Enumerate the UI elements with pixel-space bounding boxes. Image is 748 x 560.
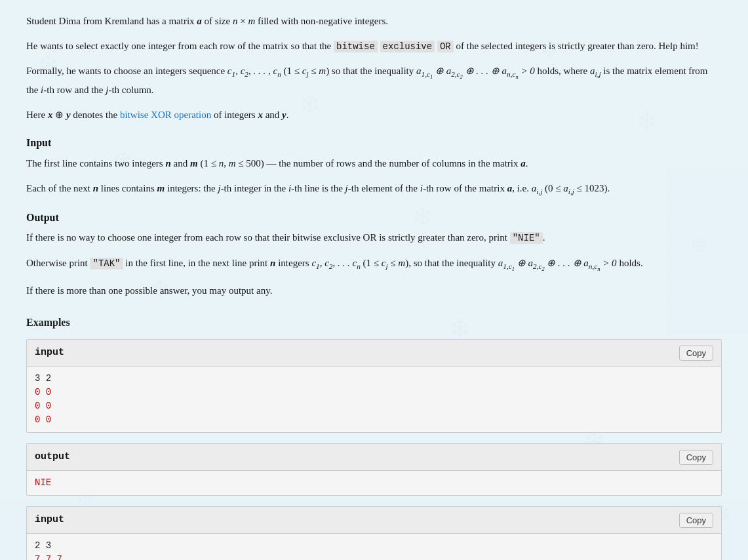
output-paragraph-1: If there is no way to choose one integer…	[26, 230, 722, 245]
example-1-input-line-3: 0 0	[35, 399, 713, 413]
input-section-heading: Input	[26, 134, 722, 151]
example-1-output-block: output Copy NIE	[26, 443, 722, 496]
code-or: OR	[437, 41, 454, 52]
example-2-input-line-2: 7 7 7	[35, 553, 713, 560]
example-1-input-line-2: 0 0	[35, 386, 713, 399]
output-cj: cj	[382, 258, 388, 268]
matrix-var-a: a	[197, 16, 202, 26]
intro-paragraph-1: Student Dima from Kremland has a matrix …	[26, 13, 722, 29]
var-m: m	[248, 16, 255, 26]
cj-var: cj	[302, 66, 309, 76]
aij-constraint: ai,j	[563, 183, 574, 193]
j-th-elem: j	[345, 183, 348, 193]
seq-vars: c1, c2, . . . , cn	[227, 66, 281, 76]
input-paragraph-2: Each of the next n lines contains m inte…	[26, 180, 722, 197]
y-var-2: y	[282, 110, 286, 120]
code-tak: "TAK"	[90, 258, 123, 270]
example-2-input-header: input Copy	[27, 507, 721, 534]
example-1-input-line-1: 3 2	[35, 372, 713, 386]
example-1-output-label: output	[35, 449, 70, 465]
input-a-var: a	[521, 158, 526, 169]
m-constraint: m	[229, 158, 236, 169]
example-2-input-label: input	[35, 512, 64, 528]
code-exclusive: exclusive	[380, 41, 435, 52]
inequality-expr: a1,c1 ⊕ a2,c2 ⊕ . . . ⊕ an,cn > 0	[416, 66, 535, 76]
i-var: i	[41, 85, 43, 95]
aij-notation: ai,j	[532, 183, 543, 193]
output-paragraph-3: If there is more than one possible answe…	[26, 283, 722, 298]
here-paragraph: Here x ⊕ y denotes the bitwise XOR opera…	[26, 107, 722, 123]
examples-section: Examples input Copy 3 2 0 0 0 0 0 0 outp…	[26, 314, 722, 560]
y-var-1: y	[66, 110, 71, 120]
input-m-var-2: m	[157, 183, 165, 193]
j-var: j	[106, 85, 108, 95]
code-nie: "NIE"	[510, 232, 543, 244]
page-container: Student Dima from Kremland has a matrix …	[0, 0, 748, 560]
example-2-input-block: input Copy 2 3 7 7 7 CSDN @WYW__	[26, 506, 722, 560]
input-n-var: n	[165, 158, 170, 169]
input-m-var: m	[190, 158, 198, 169]
watermark: CSDN @WYW__	[659, 557, 716, 560]
output-seq: c1, c2, . . . cn	[311, 258, 360, 268]
output-m: m	[398, 258, 405, 268]
example-1-copy-output-button[interactable]: Copy	[679, 450, 713, 465]
example-1-input-body: 3 2 0 0 0 0 0 0	[27, 367, 721, 432]
output-n-var: n	[270, 258, 275, 268]
input-n-var-2: n	[93, 183, 98, 193]
output-ineq: a1,c1 ⊕ a2,c2 ⊕ . . . ⊕ an,cn > 0	[498, 258, 617, 268]
example-2-copy-input-button[interactable]: Copy	[679, 513, 713, 528]
output-section-heading: Output	[26, 209, 722, 226]
x-var-2: x	[258, 110, 263, 120]
examples-title: Examples	[26, 314, 722, 331]
example-1-output-body: NIE	[27, 471, 721, 495]
xor-link[interactable]: bitwise XOR operation	[120, 110, 211, 120]
i-th-var: i	[288, 183, 291, 193]
j-th-var: j	[218, 183, 220, 193]
example-2-input-body: 2 3 7 7 7	[27, 534, 721, 560]
example-1-input-header: input Copy	[27, 340, 721, 367]
example-1-input-block: input Copy 3 2 0 0 0 0 0 0	[26, 339, 722, 433]
example-1-output-line-1: NIE	[35, 476, 713, 490]
input-paragraph-1: The first line contains two integers n a…	[26, 155, 722, 171]
intro-paragraph-2: He wants to select exactly one integer f…	[26, 38, 722, 54]
example-1-output-header: output Copy	[27, 444, 721, 471]
example-1-input-line-4: 0 0	[35, 413, 713, 427]
example-2-input-line-1: 2 3	[35, 539, 713, 553]
n-constraint: n	[219, 158, 224, 169]
output-paragraph-2: Otherwise print "TAK" in the first line,…	[26, 255, 722, 274]
example-1-input-label: input	[35, 345, 64, 361]
i-th-row: i	[420, 183, 423, 193]
m-var: m	[319, 66, 326, 76]
example-1-copy-input-button[interactable]: Copy	[679, 346, 713, 361]
formally-paragraph: Formally, he wants to choose an integers…	[26, 63, 722, 98]
input-a-var-2: a	[507, 183, 513, 193]
var-n: n	[233, 16, 238, 26]
code-bitwise: bitwise	[334, 41, 378, 52]
x-var: x	[48, 110, 53, 120]
aij-var: ai,j	[590, 66, 601, 76]
